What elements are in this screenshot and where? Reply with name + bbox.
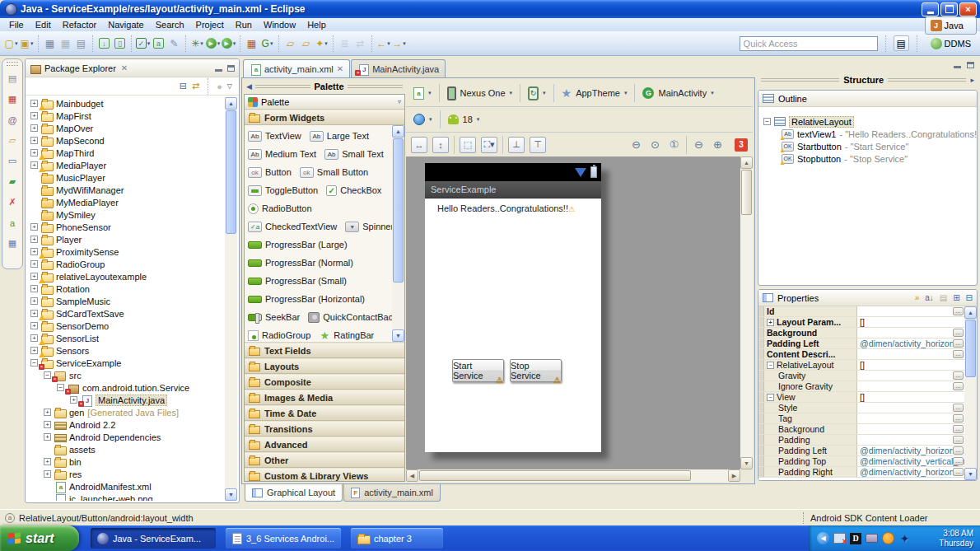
palette-item-button[interactable]: okButton (248, 167, 292, 178)
open-wizard-icon[interactable]: ▣▾ (19, 35, 35, 51)
taskbar-task-3[interactable]: chapter 3 (351, 528, 443, 549)
outline-item-textview1[interactable]: AbtextView1 - "Hello Readers..Congratula… (763, 128, 977, 140)
property-row[interactable]: Tag… (758, 413, 964, 424)
zoom-100-icon[interactable]: ① (667, 138, 681, 151)
palette-category-advanced[interactable]: Advanced (245, 437, 404, 452)
scroll-thumb[interactable] (419, 470, 691, 481)
new-icon[interactable]: ▢▾ (3, 35, 19, 51)
palette-scrollbar[interactable]: ▲▼ (392, 125, 404, 342)
start-service-button[interactable]: Start Service⚠ (452, 359, 504, 382)
match-parent-height-icon[interactable]: ↕ (432, 137, 449, 153)
start-button[interactable]: start (0, 525, 79, 551)
fast-view-icon[interactable]: ▤ (5, 72, 20, 86)
collapse-palette-icon[interactable]: ◀ (246, 82, 252, 91)
palette-category-time-date[interactable]: Time & Date (245, 405, 404, 421)
error-count-badge[interactable]: 3 (735, 138, 748, 152)
focus-icon[interactable]: ● (217, 82, 222, 91)
menu-file[interactable]: File (3, 20, 30, 30)
expand-icon[interactable]: + (44, 409, 51, 416)
ellipsis-button[interactable]: … (953, 425, 964, 433)
tree-item[interactable]: +SampleMusic (27, 295, 225, 307)
configuration-selector[interactable]: a▾ (411, 87, 434, 100)
property-row[interactable]: −RelativeLayout[] (758, 360, 964, 371)
scroll-up-arrow[interactable]: ▲ (740, 156, 753, 169)
heap-icon[interactable]: ▦ (5, 236, 20, 250)
expand-icon[interactable]: + (30, 236, 38, 243)
ellipsis-button[interactable]: … (953, 446, 964, 455)
theme-selector[interactable]: ★AppTheme▾ (559, 86, 630, 100)
palette-item-radiogroup[interactable]: RadioGroup (248, 330, 310, 341)
palette-item-textview[interactable]: AbTextView (248, 131, 301, 142)
open-perspective-icon[interactable]: ▤ (894, 35, 909, 51)
bottom-tab-graphical-layout[interactable]: Graphical Layout (245, 484, 343, 502)
property-value[interactable]: … (857, 435, 964, 445)
collapse-icon[interactable]: − (57, 384, 64, 391)
ellipsis-button[interactable]: … (953, 350, 964, 358)
tree-item[interactable]: −×ServiceExample (27, 357, 225, 369)
palette-category-other[interactable]: Other (245, 452, 404, 468)
daemon-tool-icon[interactable]: D (850, 533, 861, 544)
expand-structure-icon[interactable]: ▸ (970, 76, 974, 84)
minimize-view-icon[interactable] (954, 62, 961, 68)
scroll-down-arrow[interactable]: ▼ (225, 488, 237, 501)
antivirus-icon[interactable] (882, 532, 894, 544)
tree-item[interactable]: +MyMediaPlayer (27, 196, 225, 208)
property-value[interactable]: [] (857, 360, 964, 370)
ellipsis-button[interactable]: … (953, 404, 964, 412)
palette-item-progressbar-large-[interactable]: ProgressBar (Large) (248, 240, 348, 250)
tree-item[interactable]: +Android 2.2 (27, 418, 225, 431)
property-value[interactable]: … (857, 349, 964, 359)
editor-tab-MainActivity-java[interactable]: ×MainActivity.java (351, 59, 446, 77)
tree-item[interactable]: −×src (27, 369, 225, 381)
scroll-down-arrow[interactable]: ▼ (964, 468, 977, 480)
properties-scrollbar[interactable]: ▲▼ (964, 306, 977, 480)
menu-help[interactable]: Help (301, 20, 332, 30)
palette-item-progressbar-horizontal-[interactable]: ProgressBar (Horizontal) (248, 294, 365, 304)
palette-item-ratingbar[interactable]: ★RatingBar (319, 330, 374, 341)
tree-item[interactable]: +Player (27, 233, 225, 245)
save-all-icon[interactable]: ▦ (58, 35, 73, 51)
show-advanced-properties-icon[interactable]: ▤ (940, 293, 947, 302)
palette-category-images-media[interactable]: Images & Media (245, 390, 404, 405)
next-annotation-icon[interactable]: ⇄ (352, 35, 368, 51)
expand-icon[interactable]: + (30, 285, 38, 292)
expand-icon[interactable]: + (30, 149, 38, 156)
palette-item-checkedtextview[interactable]: ✓aCheckedTextView (248, 222, 337, 232)
expand-icon[interactable]: + (30, 273, 38, 280)
property-row[interactable]: Padding Left@dimen/activity_horizontal..… (758, 339, 964, 349)
ellipsis-button[interactable]: … (953, 414, 964, 423)
close-button[interactable]: × (959, 2, 977, 16)
perspective-ddms[interactable]: DDMS (925, 35, 977, 53)
palette-category-composite[interactable]: Composite (245, 374, 404, 390)
tree-item[interactable]: +MapFirst (27, 110, 225, 122)
breakpoints-icon[interactable]: ▦ (5, 92, 20, 106)
scroll-up-arrow[interactable]: ▲ (964, 306, 977, 319)
android-sdk-manager-icon[interactable]: ↓ (96, 35, 112, 51)
palette-item-seekbar[interactable]: SeekBar (248, 312, 300, 322)
back-icon[interactable]: ←▾ (376, 35, 391, 51)
property-row[interactable]: Ignore Gravity… (758, 381, 964, 392)
collapse-icon[interactable]: − (44, 371, 51, 379)
property-row[interactable]: −View[] (758, 392, 964, 403)
expand-icon[interactable]: + (30, 124, 38, 132)
tree-item[interactable]: +MySmiley (27, 208, 225, 221)
property-row[interactable]: Background… (758, 424, 964, 435)
design-canvas[interactable]: ServiceExample Hello Readers..Congratula… (406, 156, 740, 469)
property-row[interactable]: Background… (758, 328, 964, 339)
expand-icon[interactable]: + (30, 260, 38, 268)
declaration-icon[interactable]: ▱ (5, 133, 20, 147)
logcat-icon[interactable]: ▰ (5, 175, 20, 189)
collapse-all-icon[interactable]: ⊟ (966, 293, 973, 302)
property-value[interactable]: [] (857, 317, 964, 327)
ellipsis-button[interactable]: … (953, 382, 964, 390)
forward-icon[interactable]: →▾ (391, 35, 407, 51)
expand-icon[interactable]: + (30, 334, 38, 342)
expand-icon[interactable]: + (44, 458, 51, 465)
expand-to-fit-icon[interactable]: ⛶▾ (481, 137, 497, 153)
expand-icon[interactable]: + (30, 161, 38, 169)
perspective-java[interactable]: JJava (925, 16, 977, 35)
menu-project[interactable]: Project (190, 20, 230, 30)
property-value[interactable]: [] (857, 392, 964, 402)
tree-item[interactable]: −×com.android.tution.Service (27, 381, 225, 394)
palette-item-togglebutton[interactable]: ToggleButton (248, 185, 318, 196)
